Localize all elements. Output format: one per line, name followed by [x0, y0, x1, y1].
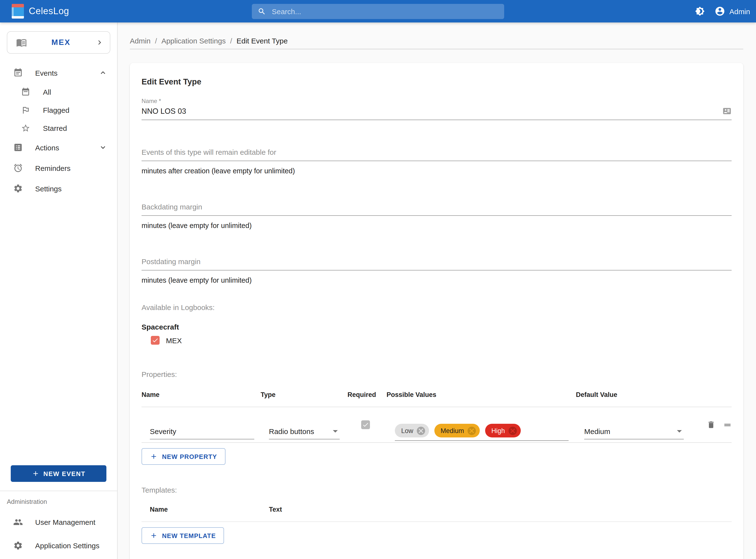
- sidebar-item-label: Starred: [43, 124, 107, 132]
- property-type-select[interactable]: Radio buttons: [269, 427, 340, 440]
- chip-remove-icon[interactable]: [417, 426, 425, 435]
- logbook-label: MEX: [27, 38, 95, 47]
- search-icon: [258, 7, 266, 16]
- app-name: CelesLog: [29, 6, 69, 17]
- drag-handle[interactable]: [723, 420, 732, 429]
- search-input[interactable]: [272, 7, 498, 16]
- value-chip-high: High: [485, 424, 521, 438]
- new-template-button[interactable]: NEW TEMPLATE: [141, 527, 224, 544]
- default-value-select[interactable]: Medium: [584, 427, 684, 440]
- column-header-name: Name: [141, 391, 260, 398]
- sidebar-item-label: Events: [35, 69, 98, 77]
- property-name-input[interactable]: [150, 427, 254, 440]
- name-input[interactable]: [141, 107, 722, 115]
- administration-title: Administration: [0, 497, 117, 510]
- app-logo-icon: [12, 4, 24, 19]
- backdating-field: minutes (leave empty for unlimited): [141, 203, 732, 229]
- alarm-icon: [13, 163, 23, 173]
- chip-label: Low: [401, 427, 413, 434]
- property-type-value: Radio buttons: [269, 427, 314, 435]
- sidebar-nav: Events All Flagged Starred Ac: [0, 63, 117, 199]
- possible-values-underline: [395, 440, 569, 441]
- gear-icon: [13, 540, 23, 551]
- list-alt-icon: [13, 142, 23, 152]
- value-chip-low: Low: [395, 424, 429, 438]
- theme-toggle-button[interactable]: [695, 6, 705, 16]
- search-box[interactable]: [252, 4, 504, 19]
- sidebar-item-user-management[interactable]: User Management: [0, 510, 117, 534]
- plus-icon: [32, 470, 40, 477]
- sidebar-item-events[interactable]: Events: [0, 63, 117, 83]
- logbooks-section: Available in Logbooks: Spacecraft MEX: [141, 303, 732, 345]
- trash-icon: [707, 420, 715, 429]
- sidebar-item-reminders[interactable]: Reminders: [0, 158, 117, 178]
- chip-label: High: [491, 427, 505, 434]
- contact-card-icon[interactable]: [722, 107, 732, 116]
- sidebar-item-label: Settings: [35, 184, 107, 193]
- backdating-input[interactable]: [141, 203, 732, 216]
- main-content: Admin / Application Settings / Edit Even…: [118, 22, 756, 559]
- postdating-helper: minutes (leave empty for unlimited): [141, 276, 732, 284]
- sidebar-item-settings[interactable]: Settings: [0, 178, 117, 199]
- sidebar-item-actions[interactable]: Actions: [0, 137, 117, 158]
- page-title: Edit Event Type: [141, 77, 732, 86]
- default-value: Medium: [584, 427, 610, 435]
- required-checkbox[interactable]: [361, 420, 370, 429]
- value-chip-medium: Medium: [434, 424, 480, 438]
- logbook-option-label: MEX: [166, 336, 182, 344]
- event-icon: [21, 87, 31, 97]
- name-field-label: Name *: [141, 98, 732, 105]
- new-event-button[interactable]: NEW EVENT: [11, 465, 107, 482]
- chevron-up-icon: [98, 68, 107, 77]
- breadcrumb-current: Edit Event Type: [236, 37, 288, 45]
- column-header-possible-values: Possible Values: [387, 391, 567, 398]
- logbook-book-icon: [16, 37, 27, 48]
- templates-section: Templates: Name Text NEW TEMPLATE: [141, 486, 732, 544]
- column-header-required: Required: [347, 391, 387, 398]
- sidebar-item-label: User Management: [35, 518, 95, 526]
- name-field: [141, 107, 732, 120]
- postdating-field: minutes (leave empty for unlimited): [141, 257, 732, 284]
- user-label: Admin: [729, 7, 750, 15]
- templates-title: Templates:: [141, 486, 732, 494]
- possible-values-field[interactable]: Low Medium: [395, 424, 575, 441]
- properties-table-header: Name Type Required Possible Values Defau…: [141, 383, 732, 407]
- logbooks-title: Available in Logbooks:: [141, 303, 732, 312]
- event-note-icon: [13, 68, 23, 77]
- chip-remove-icon[interactable]: [508, 426, 517, 435]
- logbook-selector-button[interactable]: MEX: [7, 31, 110, 54]
- brightness-icon: [695, 6, 705, 16]
- app-root: CelesLog Admin MEX: [0, 0, 756, 559]
- sidebar: MEX Events All Flagged: [0, 22, 118, 559]
- sidebar-item-application-settings[interactable]: Application Settings: [0, 534, 117, 557]
- logbooks-group-label: Spacecraft: [141, 323, 732, 331]
- sidebar-item-all[interactable]: All: [0, 83, 117, 101]
- account-circle-icon: [715, 6, 726, 17]
- dropdown-caret-icon: [333, 430, 338, 432]
- breadcrumb-separator: /: [230, 37, 232, 45]
- plus-icon: [150, 532, 158, 539]
- plus-icon: [150, 452, 158, 461]
- account-menu[interactable]: Admin: [715, 6, 750, 17]
- chevron-right-icon: [95, 38, 104, 47]
- breadcrumb-link-admin[interactable]: Admin: [130, 37, 151, 45]
- sidebar-item-label: Application Settings: [35, 541, 99, 550]
- column-header-type: Type: [260, 391, 347, 398]
- sidebar-item-starred[interactable]: Starred: [0, 119, 117, 137]
- sidebar-item-flagged[interactable]: Flagged: [0, 101, 117, 119]
- breadcrumb-link-application-settings[interactable]: Application Settings: [161, 37, 226, 45]
- logbook-option-mex[interactable]: MEX: [141, 336, 732, 345]
- events-submenu: All Flagged Starred: [0, 83, 117, 137]
- postdating-input[interactable]: [141, 257, 732, 270]
- edit-event-type-card: Edit Event Type Name * minutes after cre…: [130, 63, 743, 559]
- new-template-label: NEW TEMPLATE: [162, 532, 216, 539]
- column-header-text: Text: [269, 506, 732, 513]
- drag-handle-icon: [723, 420, 732, 429]
- chip-remove-icon[interactable]: [467, 426, 476, 435]
- mex-checkbox[interactable]: [151, 336, 160, 345]
- editable-for-input[interactable]: [141, 148, 732, 161]
- dropdown-caret-icon: [677, 430, 682, 432]
- chevron-down-icon: [98, 143, 107, 152]
- new-property-button[interactable]: NEW PROPERTY: [141, 448, 225, 465]
- delete-property-button[interactable]: [707, 420, 715, 429]
